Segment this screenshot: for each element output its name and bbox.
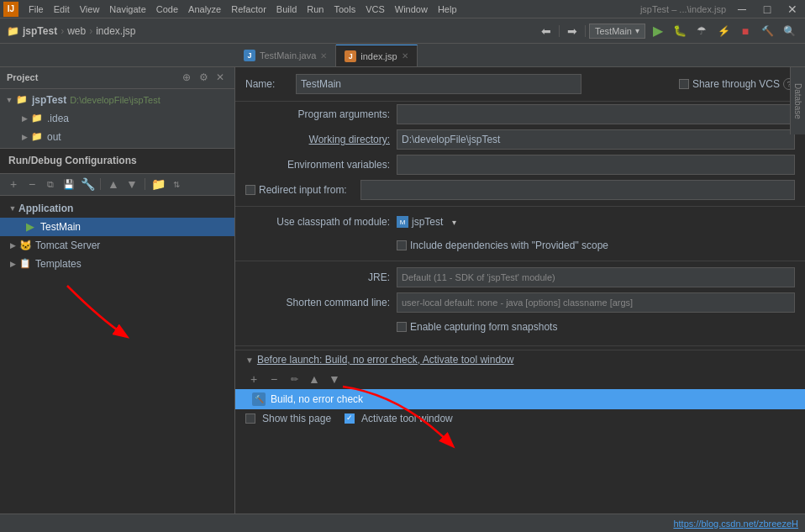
file-tabs-bar: J TestMain.java ✕ J index.jsp ✕: [0, 44, 805, 67]
menu-run[interactable]: Run: [302, 0, 329, 18]
menu-navigate[interactable]: Navigate: [104, 0, 150, 18]
program-args-input[interactable]: [397, 104, 795, 124]
config-wrench-icon[interactable]: 🔧: [79, 176, 96, 192]
redirect-checkbox[interactable]: [245, 185, 255, 195]
classpath-module-name: jspTest: [412, 216, 443, 228]
bl-add-icon[interactable]: +: [245, 371, 262, 387]
redirect-input[interactable]: [360, 180, 795, 200]
menu-edit[interactable]: Edit: [49, 0, 75, 18]
project-tree: ▼ 📁 jspTest D:\developFile\jspTest ▶ 📁 .…: [0, 89, 234, 148]
tab-testmain[interactable]: J TestMain.java ✕: [235, 45, 336, 66]
tomcat-tree-label: Tomcat Server: [35, 240, 100, 251]
config-minus-icon[interactable]: −: [24, 176, 40, 192]
shorten-cmd-select[interactable]: user-local default: none - java [options…: [397, 292, 795, 313]
menu-help[interactable]: Help: [433, 0, 462, 18]
share-checkbox[interactable]: [679, 79, 689, 89]
project-panel-header: Project ⊕ ⚙ ✕: [0, 67, 234, 89]
config-folder-icon[interactable]: 📁: [150, 176, 166, 192]
run-coverage-button[interactable]: ☂: [692, 22, 711, 40]
build-item[interactable]: 🔨 Build, no error check: [235, 389, 805, 409]
tree-application[interactable]: ▼ Application: [0, 199, 234, 218]
bl-up-icon[interactable]: ▲: [306, 371, 323, 387]
run-config-dropdown[interactable]: TestMain ▾: [589, 24, 645, 39]
tree-jsptest[interactable]: ▼ 📁 jspTest D:\developFile\jspTest: [0, 91, 234, 109]
run-button[interactable]: ▶: [649, 22, 667, 40]
menu-build[interactable]: Build: [271, 0, 302, 18]
bl-down-icon[interactable]: ▼: [326, 371, 343, 387]
panel-settings-icon[interactable]: ⚙: [196, 70, 211, 85]
status-url[interactable]: https://blog.csdn.net/zbreezeH: [673, 519, 798, 529]
debug-button[interactable]: 🐛: [671, 22, 689, 40]
panel-add-icon[interactable]: ⊕: [179, 70, 194, 85]
build-button[interactable]: 🔨: [758, 22, 776, 40]
before-launch-header[interactable]: ▼ Before launch: Build, no error check, …: [235, 350, 805, 369]
classpath-dropdown-icon[interactable]: ▾: [445, 213, 463, 231]
menu-refactor[interactable]: Refactor: [226, 0, 271, 18]
maximize-button[interactable]: □: [758, 0, 776, 18]
tree-idea-arrow: ▶: [18, 114, 30, 123]
config-sep1: [100, 178, 101, 190]
config-down-icon[interactable]: ▼: [124, 176, 140, 192]
activate-window-checkbox[interactable]: [345, 413, 355, 424]
config-add-icon[interactable]: +: [5, 176, 22, 192]
config-sort-icon[interactable]: ⇅: [168, 176, 185, 192]
tree-out-label: out: [47, 131, 61, 143]
tab-testmain-close[interactable]: ✕: [320, 51, 327, 61]
search-everywhere-button[interactable]: 🔍: [780, 22, 798, 40]
testmain-run-icon: ▶: [24, 220, 37, 234]
database-tab[interactable]: Database: [790, 67, 805, 134]
redirect-input-row: Redirect input from:: [235, 177, 805, 203]
working-dir-input[interactable]: [397, 129, 795, 150]
tree-idea[interactable]: ▶ 📁 .idea: [0, 109, 234, 128]
enable-snapshots-checkbox[interactable]: [397, 322, 407, 332]
bl-edit-icon[interactable]: ✏: [286, 371, 303, 387]
config-up-icon[interactable]: ▲: [105, 176, 122, 192]
config-save-icon[interactable]: 💾: [61, 176, 77, 192]
before-launch-toolbar: + − ✏ ▲ ▼: [235, 369, 805, 389]
tree-out[interactable]: ▶ 📁 out: [0, 128, 234, 146]
jre-row: JRE: Default (11 - SDK of 'jspTest' modu…: [235, 265, 805, 290]
menu-tools[interactable]: Tools: [329, 0, 360, 18]
nav-back-icon[interactable]: ⬅: [537, 22, 555, 40]
testmain-tree-label: TestMain: [40, 221, 81, 233]
tree-tomcat-server[interactable]: ▶ 🐱 Tomcat Server: [0, 236, 234, 255]
include-deps-checkbox[interactable]: [397, 240, 407, 250]
menu-view[interactable]: View: [75, 0, 105, 18]
stop-button[interactable]: ■: [736, 22, 755, 40]
tab-indexjsp-close[interactable]: ✕: [402, 51, 408, 61]
menu-window[interactable]: Window: [390, 0, 433, 18]
show-page-checkbox[interactable]: [245, 413, 255, 424]
jre-value: Default (11 - SDK of 'jspTest' module): [402, 272, 555, 282]
close-button[interactable]: ✕: [783, 0, 802, 18]
bl-remove-icon[interactable]: −: [266, 371, 282, 387]
name-input[interactable]: [296, 74, 581, 94]
config-dialog-header: Run/Debug Configurations: [0, 149, 234, 174]
nav-forward-icon[interactable]: ➡: [563, 22, 581, 40]
panel-header-icons: ⊕ ⚙ ✕: [179, 70, 228, 85]
show-page-row: Show this page Activate tool window: [235, 409, 805, 428]
tree-templates[interactable]: ▶ 📋 Templates: [0, 255, 234, 273]
tree-idea-label: .idea: [47, 113, 69, 124]
breadcrumb-project: jspTest: [23, 25, 57, 37]
config-dialog-title: Run/Debug Configurations: [8, 155, 137, 166]
shorten-cmd-value: user-local default: none - java [options…: [402, 298, 633, 308]
menu-analyze[interactable]: Analyze: [183, 0, 226, 18]
module-icon: M: [397, 216, 408, 228]
name-field-label: Name:: [245, 78, 296, 90]
menu-file[interactable]: File: [24, 0, 49, 18]
program-args-label: Program arguments:: [245, 108, 397, 120]
config-copy-icon[interactable]: ⧉: [42, 176, 59, 192]
tree-testmain[interactable]: ▶ TestMain: [0, 218, 234, 236]
name-section: Name: Share through VCS ?: [235, 67, 805, 102]
enable-snapshots-row: Enable capturing form snapshots: [235, 315, 805, 339]
jre-select[interactable]: Default (11 - SDK of 'jspTest' module): [397, 267, 795, 287]
minimize-button[interactable]: ─: [733, 0, 751, 18]
form-divider-2: [235, 261, 805, 261]
tab-index-jsp[interactable]: J index.jsp ✕: [336, 45, 417, 66]
menu-vcs[interactable]: VCS: [360, 0, 390, 18]
env-vars-input[interactable]: [397, 155, 795, 175]
status-bar: https://blog.csdn.net/zbreezeH: [0, 514, 805, 532]
panel-close-icon[interactable]: ✕: [213, 70, 228, 85]
profile-button[interactable]: ⚡: [714, 22, 733, 40]
menu-code[interactable]: Code: [151, 0, 183, 18]
